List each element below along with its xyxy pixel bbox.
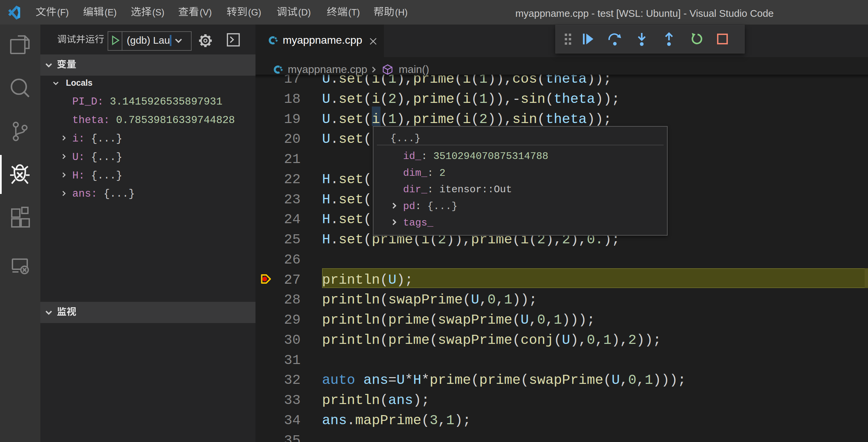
svg-text:(F): (F) [57,7,69,18]
svg-text:(G): (G) [248,7,261,18]
svg-text:(V): (V) [200,7,212,18]
svg-text:(H): (H) [395,7,407,18]
svg-text:(D): (D) [298,7,311,18]
svg-text:(T): (T) [348,7,360,18]
svg-text:(E): (E) [104,7,117,18]
svg-text:(S): (S) [152,7,164,18]
